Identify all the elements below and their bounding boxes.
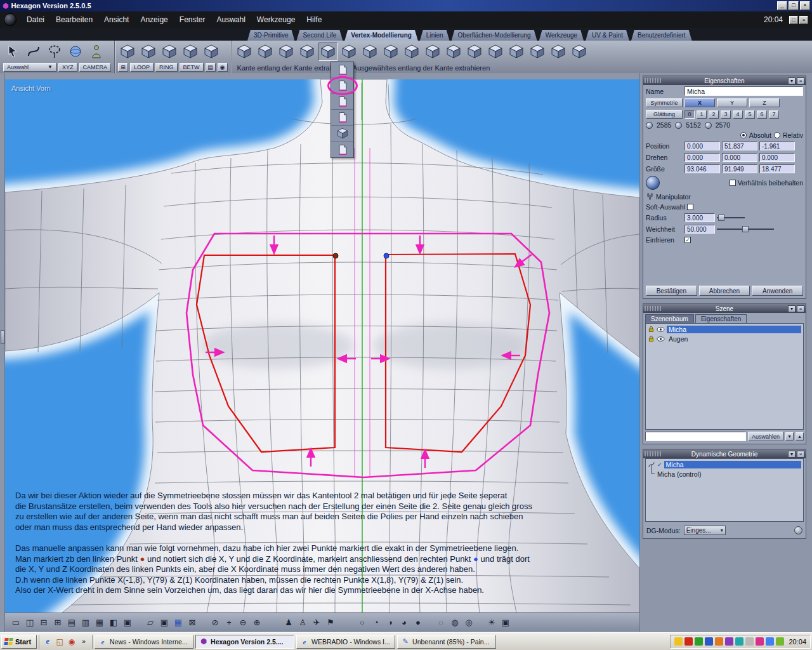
panel-collapse-icon[interactable]: ▾ (788, 305, 796, 312)
tray-icon-4[interactable] (705, 637, 713, 646)
symmetry-z-button[interactable]: Z (749, 98, 780, 107)
tray-icon-7[interactable] (735, 637, 743, 646)
view-layout-full-icon[interactable]: ▣ (121, 616, 134, 628)
curve-select-icon[interactable] (24, 43, 43, 61)
view-layout-grid-icon[interactable]: ▦ (93, 616, 107, 628)
viewport-canvas[interactable]: Ansicht Vorn Da wir bei dieser Aktion wi… (5, 79, 639, 613)
symmetry-button[interactable]: Symmetrie (646, 98, 683, 107)
pliers-tool-icon[interactable] (444, 43, 463, 61)
tab-szenenbaum[interactable]: Szenenbaum (645, 314, 694, 323)
round-select-icon[interactable]: ◉ (218, 63, 228, 72)
symmetry-x-button[interactable]: X (684, 98, 715, 107)
freeze-checkbox[interactable]: ✓ (684, 237, 691, 243)
mdi-close-icon[interactable]: × (799, 16, 808, 24)
backface-toggle-icon[interactable]: ◌ (434, 616, 448, 628)
magnet-tool-icon[interactable] (570, 43, 589, 61)
menu-hilfe[interactable]: Hilfe (301, 13, 327, 26)
panel-collapse-icon[interactable]: ▾ (788, 77, 796, 84)
smoothing-5-button[interactable]: 5 (745, 110, 755, 119)
figure-select-icon[interactable] (87, 43, 106, 61)
betw-button[interactable]: BETW (180, 63, 204, 72)
scene-item-augen[interactable]: Augen (646, 334, 802, 343)
tray-icon-3[interactable] (695, 637, 703, 646)
extract-option-cube[interactable] (331, 126, 353, 142)
minimize-icon[interactable]: _ (777, 1, 787, 10)
flat-shaded-mode-icon[interactable]: ◑ (383, 616, 397, 628)
target-weld-tool-icon[interactable] (339, 43, 358, 61)
snap-grid-icon[interactable]: ▣ (157, 616, 171, 628)
dg-mode-dropdown[interactable]: Einges... ▾ (684, 526, 726, 535)
tab-uv-paint[interactable]: UV & Paint (586, 30, 629, 41)
tab-werkzeuge[interactable]: Werkzeuge (539, 30, 584, 41)
mdi-restore-icon[interactable]: □ (789, 16, 798, 24)
menu-anzeige[interactable]: Anzeige (134, 13, 173, 26)
lock-icon[interactable] (648, 335, 655, 342)
tray-shield-icon[interactable] (674, 637, 683, 646)
extract-option-3[interactable] (331, 94, 353, 110)
rotation-x-field[interactable]: 0.000 (684, 153, 720, 162)
position-x-field[interactable]: 0.000 (684, 142, 720, 150)
view-layout-3side-icon[interactable]: ▥ (79, 616, 93, 628)
relative-radio[interactable] (774, 132, 780, 138)
scene-select-button[interactable]: Auswählen (748, 432, 783, 441)
size-x-field[interactable]: 93.046 (684, 164, 720, 173)
sweep-tool-icon[interactable] (486, 43, 505, 61)
tab-benutzerdefiniert[interactable]: Benutzerdefiniert (631, 30, 692, 41)
view-layout-single-icon[interactable]: ▭ (9, 616, 23, 628)
tray-icon-9[interactable] (756, 637, 764, 646)
symmetry-y-button[interactable]: Y (717, 98, 747, 107)
smoothing-4-button[interactable]: 4 (733, 110, 743, 119)
menu-werkzeuge[interactable]: Werkzeuge (251, 13, 301, 26)
tray-icon-5[interactable] (715, 637, 723, 646)
extract-along-edge-tool-icon[interactable] (318, 43, 337, 61)
size-y-field[interactable]: 91.949 (722, 164, 757, 173)
extract-option-6[interactable] (331, 142, 353, 157)
tray-icon-10[interactable] (766, 637, 774, 646)
sphere-select-icon[interactable] (66, 43, 85, 61)
tab-second-life[interactable]: Second Life (296, 30, 343, 41)
extrude-edge-tool-icon[interactable] (402, 43, 421, 61)
apply-button[interactable]: Anwenden (752, 286, 803, 296)
extract-option-1[interactable] (331, 62, 353, 78)
start-button[interactable]: Start (1, 635, 37, 649)
extract-around-tool-icon[interactable] (256, 43, 275, 61)
cancel-button[interactable]: Abbrechen (699, 286, 750, 296)
task-hexagon[interactable]: ⬢ Hexagon Version 2.5.... (195, 635, 294, 649)
keep-ratio-checkbox[interactable] (730, 180, 736, 186)
ie-quicklaunch-icon[interactable]: e (43, 637, 53, 647)
loop-button[interactable]: LOOP (130, 63, 154, 72)
smoothing-6-button[interactable]: 6 (757, 110, 767, 119)
tab-linien[interactable]: Linien (420, 30, 450, 41)
select-object-cube-icon[interactable] (181, 43, 200, 61)
lock-icon[interactable] (648, 326, 655, 333)
menu-fenster[interactable]: Fenster (174, 13, 211, 26)
panel-grip-icon[interactable] (645, 306, 661, 311)
hammer-tool-icon[interactable] (465, 43, 484, 61)
soft-selection-checkbox[interactable] (687, 204, 693, 210)
add-geometry-tool-icon[interactable] (549, 43, 568, 61)
task-news-ie[interactable]: e News - Windows Interne... (95, 635, 193, 649)
scene-search-input[interactable] (645, 432, 746, 441)
tray-icon-11[interactable] (776, 637, 784, 646)
grid-select-icon[interactable]: ⊞ (118, 63, 128, 72)
menu-ansicht[interactable]: Ansicht (98, 13, 134, 26)
tessellate-tool-icon[interactable] (235, 43, 254, 61)
scene-item-micha[interactable]: Micha (646, 324, 802, 334)
figure-scale-icon[interactable]: ♙ (296, 616, 310, 628)
radius-slider[interactable] (717, 215, 745, 221)
chamfer-tool-icon[interactable] (381, 43, 400, 61)
symmetry-tool-icon[interactable] (507, 43, 526, 61)
grid-display-icon[interactable]: ▦ (171, 616, 185, 628)
fly-mode-icon[interactable]: ✈ (310, 616, 324, 628)
position-y-field[interactable]: 51.837 (722, 142, 757, 150)
select-points-cube-icon[interactable] (118, 43, 137, 61)
scroll-up-icon[interactable]: ▴ (796, 432, 804, 441)
tab-oberflaechen-modellierung[interactable]: Oberflächen-Modellierung (452, 30, 537, 41)
dg-item-micha[interactable]: ✓ Micha (646, 460, 802, 469)
thickness-tool-icon[interactable] (528, 43, 547, 61)
view-layout-left-icon[interactable]: ◧ (107, 616, 121, 628)
select-all-cube-icon[interactable] (202, 43, 221, 61)
lasso-select-icon[interactable] (45, 43, 64, 61)
media-quicklaunch-icon[interactable]: ◉ (67, 637, 77, 647)
smoothing-2-button[interactable]: 2 (709, 110, 719, 119)
